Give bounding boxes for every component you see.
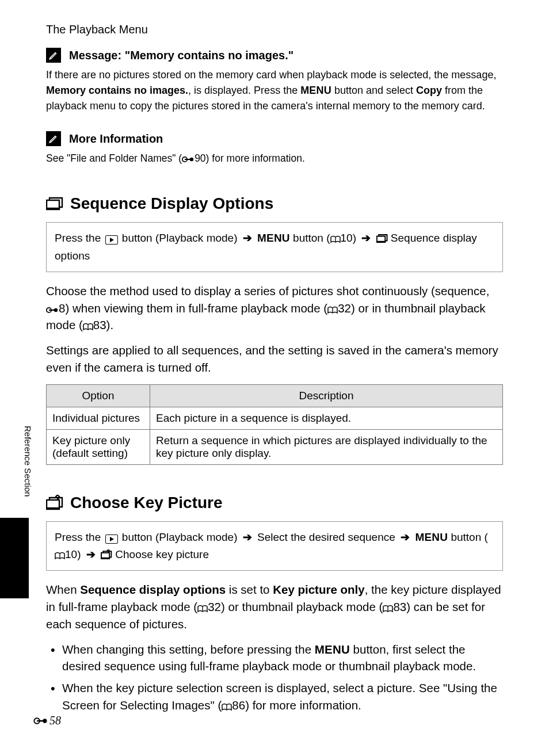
- para-sequence-2: Settings are applied to all sequences, a…: [46, 342, 503, 376]
- section-title: Sequence Display Options: [70, 194, 273, 213]
- list-item: When changing this setting, before press…: [49, 641, 503, 675]
- ref-icon: [33, 716, 48, 726]
- para-sequence-1: Choose the method used to display a seri…: [46, 282, 503, 334]
- sidebar-label: Reference Section: [23, 426, 33, 497]
- table-cell-desc: Each picture in a sequence is displayed.: [150, 407, 503, 429]
- table-cell-desc: Return a sequence in which pictures are …: [150, 429, 503, 464]
- sidebar-tab: [0, 518, 29, 598]
- arrow-icon: ➔: [243, 230, 252, 247]
- table-row: Individual pictures Each picture in a se…: [47, 407, 503, 429]
- pencil-icon: [46, 48, 61, 63]
- key-picture-icon: [46, 495, 63, 511]
- menu-label: MENU: [415, 531, 448, 543]
- table-cell-option: Individual pictures: [47, 407, 150, 429]
- sequence-icon: [376, 234, 388, 243]
- page-header: The Playback Menu: [46, 23, 503, 36]
- svg-point-5: [54, 308, 58, 312]
- key-picture-icon: [101, 549, 112, 560]
- note-more-information: More Information See "File and Folder Na…: [46, 131, 503, 166]
- nav-path-choose-key: Press the button (Playback mode) ➔ Selec…: [46, 521, 503, 571]
- book-icon: [197, 605, 208, 613]
- options-table: Option Description Individual pictures E…: [46, 384, 503, 465]
- sequence-icon: [46, 196, 63, 211]
- note-body: If there are no pictures stored on the m…: [46, 67, 503, 114]
- section-title: Choose Key Picture: [70, 494, 223, 512]
- table-header-row: Option Description: [47, 384, 503, 407]
- svg-point-9: [43, 719, 47, 723]
- book-icon: [83, 323, 93, 331]
- table-header-option: Option: [47, 384, 150, 407]
- playback-icon: [105, 235, 118, 245]
- heading-choose-key-picture: Choose Key Picture: [46, 494, 503, 512]
- book-icon: [222, 703, 232, 711]
- table-cell-option: Key picture only (default setting): [47, 429, 150, 464]
- list-item: When the key picture selection screen is…: [49, 679, 503, 713]
- arrow-icon: ➔: [401, 529, 410, 546]
- heading-sequence-display-options: Sequence Display Options: [46, 194, 503, 213]
- arrow-icon: ➔: [361, 230, 371, 247]
- menu-label: MENU: [315, 643, 350, 656]
- arrow-icon: ➔: [86, 546, 96, 563]
- ref-icon: [182, 155, 195, 163]
- book-icon: [327, 306, 338, 314]
- svg-point-1: [190, 158, 193, 161]
- bullet-list: When changing this setting, before press…: [46, 641, 503, 714]
- menu-label: MENU: [300, 85, 331, 96]
- note-memory-contains-no-images: Message: "Memory contains no images." If…: [46, 48, 503, 114]
- menu-label: MENU: [257, 232, 290, 244]
- book-icon: [330, 235, 341, 243]
- ref-icon: [46, 306, 59, 314]
- table-row: Key picture only (default setting) Retur…: [47, 429, 503, 464]
- arrow-icon: ➔: [243, 529, 252, 546]
- page-number: 58: [33, 714, 61, 727]
- note-body: See "File and Folder Names" (90) for mor…: [46, 151, 503, 166]
- playback-icon: [105, 534, 118, 544]
- note-title: Message: "Memory contains no images.": [69, 49, 293, 62]
- note-title: More Information: [69, 132, 163, 146]
- nav-path-sequence: Press the button (Playback mode) ➔ MENU …: [46, 222, 503, 272]
- book-icon: [383, 605, 393, 613]
- table-header-description: Description: [150, 384, 503, 407]
- book-icon: [55, 552, 65, 560]
- para-choosekey: When Sequence display options is set to …: [46, 581, 503, 632]
- pencil-icon: [46, 131, 61, 146]
